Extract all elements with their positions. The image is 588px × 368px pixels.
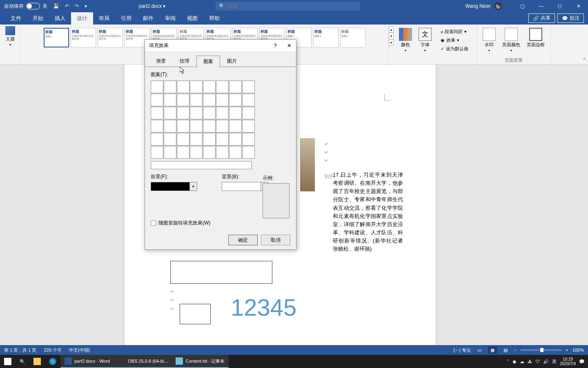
pattern-swatch[interactable]: [242, 146, 255, 159]
file-explorer-button[interactable]: [29, 355, 45, 368]
user-avatar-icon[interactable]: 🐿️: [494, 2, 502, 10]
undo-icon[interactable]: ↶: [65, 3, 69, 9]
obs-task-button[interactable]: OBS 25.0.8 (64-bi...: [114, 355, 172, 368]
pattern-swatch[interactable]: [203, 133, 216, 146]
body-text[interactable]: 17 日上午，习近平来到天津考察调研。在南开大学，他参观了百年校史主题展览，与部…: [333, 171, 403, 253]
chevron-down-icon[interactable]: ▾: [189, 182, 197, 191]
cancel-button[interactable]: 取消: [261, 235, 290, 245]
pattern-swatch[interactable]: [216, 81, 229, 93]
pattern-swatch[interactable]: [190, 81, 203, 93]
pattern-swatch[interactable]: [190, 94, 203, 106]
pattern-swatch[interactable]: [164, 133, 176, 146]
pattern-swatch[interactable]: [242, 94, 255, 106]
pattern-swatch[interactable]: [164, 81, 176, 93]
dialog-titlebar[interactable]: 填充效果 ? ✕: [145, 40, 296, 52]
pattern-swatch[interactable]: [164, 107, 176, 119]
pattern-swatch[interactable]: [203, 107, 216, 119]
onedrive-icon[interactable]: ☁: [520, 359, 524, 364]
pattern-swatch[interactable]: [151, 146, 163, 159]
pattern-swatch[interactable]: [229, 107, 242, 119]
set-default-button[interactable]: ✓ 设为默认值: [441, 45, 468, 53]
pattern-swatch[interactable]: [229, 146, 242, 159]
pattern-swatch[interactable]: [216, 94, 229, 106]
edge-button[interactable]: [45, 355, 60, 368]
effects-button[interactable]: ◉ 效果 ▾: [441, 36, 468, 44]
pattern-swatch[interactable]: [216, 146, 229, 159]
style-set-item[interactable]: 标题示例文本示例文本示例文本: [98, 28, 123, 47]
start-button[interactable]: [0, 355, 16, 368]
gallery-more-icon[interactable]: ▾: [389, 39, 394, 46]
pattern-swatch[interactable]: [229, 133, 242, 146]
zoom-slider[interactable]: [521, 349, 561, 351]
security-icon[interactable]: 🛡: [535, 359, 540, 364]
zoom-in-icon[interactable]: +: [566, 348, 568, 352]
dialog-close-icon[interactable]: ✕: [284, 43, 294, 49]
pattern-swatch[interactable]: [151, 81, 163, 93]
search-input[interactable]: [228, 3, 357, 9]
colors-button[interactable]: 颜色▾: [396, 26, 414, 54]
web-layout-icon[interactable]: ▤: [501, 346, 510, 354]
pattern-swatch[interactable]: [177, 81, 189, 93]
close-icon[interactable]: ✕: [569, 0, 588, 12]
tab-layout[interactable]: 布局: [93, 12, 115, 25]
watermark-button[interactable]: 水印▾: [480, 26, 498, 54]
search-box[interactable]: 🔍: [216, 2, 360, 11]
ok-button[interactable]: 确定: [228, 235, 258, 245]
notepad-task-button[interactable]: Content.txt - 记事本: [172, 355, 229, 368]
pattern-swatch[interactable]: [229, 120, 242, 132]
autosave-switch[interactable]: [26, 3, 40, 9]
pattern-swatch[interactable]: [151, 107, 163, 119]
pattern-swatch[interactable]: [203, 94, 216, 106]
pattern-swatch[interactable]: [177, 133, 189, 146]
tab-picture[interactable]: 图片: [220, 55, 244, 67]
collapse-ribbon-icon[interactable]: ^: [583, 57, 586, 63]
shape-rectangle-small[interactable]: [180, 304, 211, 324]
pattern-swatch[interactable]: [177, 146, 189, 159]
focus-mode[interactable]: [↔] 专注: [454, 347, 471, 353]
page-color-button[interactable]: 页面颜色▾: [500, 26, 523, 54]
pattern-swatch[interactable]: [177, 120, 189, 132]
gallery-scroll-down-icon[interactable]: ▾: [389, 33, 394, 39]
fonts-button[interactable]: 文字体▾: [416, 26, 434, 54]
tab-home[interactable]: 开始: [27, 12, 49, 25]
tab-file[interactable]: 文件: [5, 12, 27, 25]
save-icon[interactable]: 💾: [53, 3, 59, 9]
tab-insert[interactable]: 插入: [49, 12, 71, 25]
rotate-with-shape-checkbox[interactable]: 随图形旋转填充效果(W): [151, 220, 290, 227]
minimize-icon[interactable]: —: [532, 0, 550, 12]
notifications-icon[interactable]: 💬: [579, 359, 585, 364]
word-count[interactable]: 220 个字: [44, 347, 61, 353]
tray-app-icon[interactable]: ◉: [512, 359, 517, 364]
pattern-swatch[interactable]: [229, 81, 242, 93]
pattern-swatch[interactable]: [151, 94, 163, 106]
network-icon[interactable]: 🖧: [528, 359, 532, 364]
shape-rectangle[interactable]: [170, 261, 272, 284]
read-mode-icon[interactable]: ▭: [475, 346, 484, 354]
pattern-swatch[interactable]: [203, 146, 216, 159]
pattern-swatch[interactable]: [190, 107, 203, 119]
page-borders-button[interactable]: 页面边框: [524, 26, 547, 49]
pattern-swatch[interactable]: [216, 133, 229, 146]
pattern-swatch[interactable]: [164, 94, 176, 106]
tab-review[interactable]: 审阅: [159, 12, 181, 25]
background-color-picker[interactable]: ▾: [222, 182, 268, 191]
pattern-swatch[interactable]: [177, 94, 189, 106]
gallery-scroll-up-icon[interactable]: ▴: [389, 26, 394, 33]
pattern-swatch[interactable]: [190, 120, 203, 132]
pattern-swatch[interactable]: [177, 107, 189, 119]
pattern-swatch[interactable]: [216, 107, 229, 119]
pattern-swatch[interactable]: [229, 94, 242, 106]
tab-design[interactable]: 设计: [71, 12, 93, 25]
tab-references[interactable]: 引用: [115, 12, 137, 25]
tray-overflow-icon[interactable]: ˄: [507, 359, 509, 364]
pattern-swatch[interactable]: [242, 81, 255, 93]
pattern-swatch[interactable]: [190, 146, 203, 159]
wordart-text[interactable]: 12345: [231, 294, 296, 321]
pattern-swatch[interactable]: [242, 120, 255, 132]
inline-image[interactable]: [300, 138, 315, 191]
user-account[interactable]: Wang Nicer 🐿️: [466, 2, 502, 10]
autosave-toggle[interactable]: 自动保存 关: [4, 3, 47, 10]
comments-button[interactable]: 💬 批注: [557, 13, 584, 23]
page-info[interactable]: 第 1 页，共 1 页: [4, 347, 36, 353]
pattern-swatch[interactable]: [164, 120, 176, 132]
